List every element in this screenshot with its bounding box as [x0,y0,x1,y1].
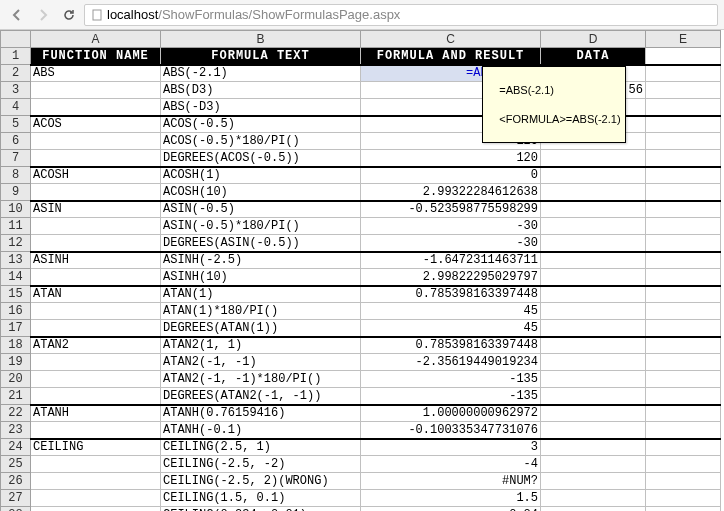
cell[interactable] [31,354,161,371]
cell[interactable] [31,269,161,286]
cell[interactable]: 2.99322284612638 [361,184,541,201]
cell[interactable] [541,201,646,218]
cell[interactable] [646,337,721,354]
cell[interactable]: CEILING(2.5, 1) [161,439,361,456]
cell[interactable] [646,490,721,507]
cell[interactable]: -0.523598775598299 [361,201,541,218]
cell[interactable] [646,269,721,286]
cell[interactable] [31,235,161,252]
reload-button[interactable] [58,4,80,26]
cell[interactable]: ABS(-2.1) [161,65,361,82]
cell[interactable] [646,303,721,320]
row-header[interactable]: 15 [1,286,31,303]
cell[interactable]: FORMULA AND RESULT [361,48,541,65]
cell[interactable]: ASIN(-0.5) [161,201,361,218]
cell[interactable] [646,320,721,337]
corner-cell[interactable] [1,31,31,48]
row-header[interactable]: 13 [1,252,31,269]
cell[interactable] [31,422,161,439]
cell[interactable]: ACOS(-0.5)*180/PI() [161,133,361,150]
cell[interactable]: -1.6472311463711 [361,252,541,269]
cell[interactable]: ASIN [31,201,161,218]
cell[interactable] [541,388,646,405]
cell[interactable]: ACOS [31,116,161,133]
cell[interactable] [31,473,161,490]
cell[interactable]: CEILING(0.234, 0.01) [161,507,361,512]
cell[interactable]: ATAN(1)*180/PI() [161,303,361,320]
cell[interactable] [646,473,721,490]
col-header-E[interactable]: E [646,31,721,48]
cell[interactable]: ATANH(-0.1) [161,422,361,439]
row-header[interactable]: 6 [1,133,31,150]
row-header[interactable]: 28 [1,507,31,512]
cell[interactable]: ASINH [31,252,161,269]
cell[interactable] [541,235,646,252]
cell[interactable]: 120 [361,150,541,167]
row-header[interactable]: 7 [1,150,31,167]
row-header[interactable]: 22 [1,405,31,422]
cell[interactable] [541,218,646,235]
cell[interactable] [31,150,161,167]
cell[interactable]: 1.00000000962972 [361,405,541,422]
cell[interactable] [541,371,646,388]
cell[interactable]: DEGREES(ACOS(-0.5)) [161,150,361,167]
cell[interactable]: ATAN [31,286,161,303]
cell[interactable]: 45 [361,303,541,320]
cell[interactable] [541,337,646,354]
cell[interactable] [646,422,721,439]
cell[interactable] [541,184,646,201]
row-header[interactable]: 26 [1,473,31,490]
cell[interactable]: FORMULA TEXT [161,48,361,65]
row-header[interactable]: 9 [1,184,31,201]
cell[interactable] [541,456,646,473]
cell[interactable] [31,303,161,320]
back-button[interactable] [6,4,28,26]
cell[interactable] [646,439,721,456]
cell[interactable] [646,252,721,269]
cell[interactable]: ATAN2 [31,337,161,354]
cell[interactable]: ABS(-D3) [161,99,361,116]
row-header[interactable]: 8 [1,167,31,184]
cell[interactable]: ATAN2(-1, -1) [161,354,361,371]
cell[interactable] [646,388,721,405]
row-header[interactable]: 4 [1,99,31,116]
cell[interactable] [646,99,721,116]
cell[interactable] [541,439,646,456]
row-header[interactable]: 17 [1,320,31,337]
row-header[interactable]: 2 [1,65,31,82]
cell[interactable] [646,371,721,388]
cell[interactable] [541,473,646,490]
cell[interactable]: ASINH(-2.5) [161,252,361,269]
cell[interactable]: ASIN(-0.5)*180/PI() [161,218,361,235]
cell[interactable] [541,405,646,422]
cell[interactable] [646,456,721,473]
cell[interactable] [31,99,161,116]
cell[interactable] [646,184,721,201]
cell[interactable] [646,201,721,218]
row-header[interactable]: 14 [1,269,31,286]
row-header[interactable]: 19 [1,354,31,371]
cell[interactable] [646,286,721,303]
cell[interactable] [541,303,646,320]
cell[interactable]: FUNCTION NAME [31,48,161,65]
cell[interactable]: 0.24 [361,507,541,512]
row-header[interactable]: 21 [1,388,31,405]
row-header[interactable]: 23 [1,422,31,439]
cell[interactable]: -2.35619449019234 [361,354,541,371]
cell[interactable] [541,167,646,184]
cell[interactable]: 1.5 [361,490,541,507]
cell[interactable] [646,507,721,512]
row-header[interactable]: 20 [1,371,31,388]
cell[interactable]: #NUM? [361,473,541,490]
row-header[interactable]: 3 [1,82,31,99]
cell[interactable]: ABS(D3) [161,82,361,99]
cell[interactable]: ATANH(0.76159416) [161,405,361,422]
cell[interactable] [31,371,161,388]
cell[interactable]: -0.100335347731076 [361,422,541,439]
cell[interactable]: -30 [361,235,541,252]
cell[interactable] [646,218,721,235]
cell[interactable] [646,48,721,65]
cell[interactable] [541,422,646,439]
cell[interactable]: ATAN(1) [161,286,361,303]
cell[interactable]: -135 [361,388,541,405]
